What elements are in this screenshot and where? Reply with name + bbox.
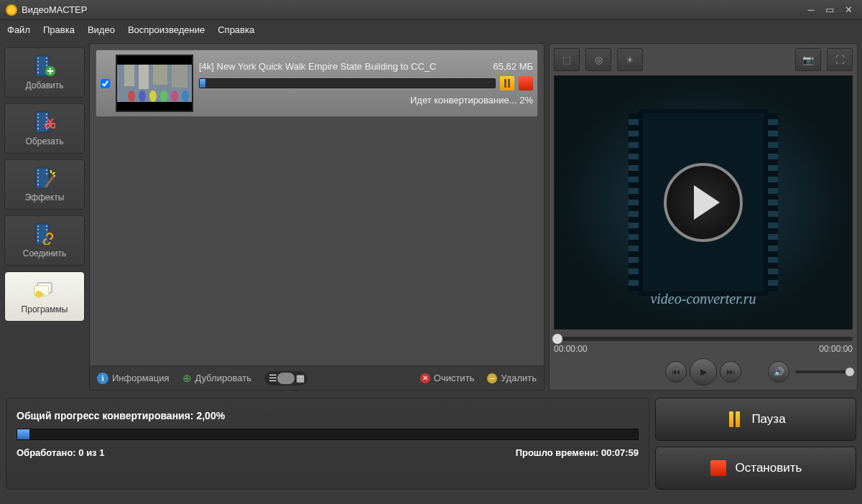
svg-rect-36: [37, 233, 39, 234]
volume-slider[interactable]: [795, 370, 853, 373]
menu-help[interactable]: Справка: [218, 24, 254, 35]
svg-rect-32: [46, 173, 47, 174]
fullscreen-button[interactable]: ⛶: [827, 48, 853, 71]
svg-rect-35: [37, 229, 39, 230]
svg-rect-2: [37, 61, 39, 62]
file-item[interactable]: [4k] New York Quick Walk Empire State Bu…: [96, 50, 538, 117]
svg-rect-28: [37, 177, 39, 178]
svg-rect-44: [37, 294, 45, 295]
speaker-icon: 🔊: [774, 367, 784, 377]
volume-button[interactable]: 🔊: [768, 361, 789, 383]
svg-rect-39: [46, 225, 47, 227]
effects-button[interactable]: Эффекты: [4, 159, 85, 210]
svg-rect-17: [37, 128, 39, 129]
svg-rect-48: [124, 65, 134, 86]
overall-progress-bar: [17, 429, 639, 440]
overall-progress-title: Общий прогресс конвертирования: 2,00%: [17, 410, 639, 421]
time-current: 00:00:00: [554, 344, 588, 354]
file-progress-bar: [199, 78, 496, 88]
svg-rect-15: [37, 121, 39, 122]
stop-button[interactable]: Остановить: [655, 447, 856, 490]
join-button[interactable]: Соединить: [4, 215, 85, 266]
menu-video[interactable]: Видео: [88, 24, 115, 35]
title-bar: ВидеоМАСТЕР ─ ▭ ✕: [0, 0, 862, 20]
svg-rect-58: [504, 79, 506, 88]
play-icon: ▶: [700, 367, 707, 377]
crop-tool-button[interactable]: ⬚: [554, 48, 580, 71]
svg-rect-19: [46, 117, 47, 118]
duplicate-button[interactable]: ⊕ Дублировать: [182, 372, 251, 385]
film-plus-icon: [33, 55, 56, 78]
menu-playback[interactable]: Воспроизведение: [128, 24, 205, 35]
enhance-tool-button[interactable]: ◎: [585, 48, 611, 71]
film-wand-icon: [33, 167, 56, 190]
clear-button[interactable]: ✕ Очистить: [420, 373, 475, 383]
expand-icon: ⛶: [835, 55, 845, 65]
file-stop-button[interactable]: [519, 76, 533, 90]
prev-button[interactable]: ⏮: [665, 361, 687, 383]
seek-bar[interactable]: [554, 337, 853, 341]
prev-icon: ⏮: [672, 367, 680, 377]
sidebar: Добавить Обрезать Эффекты Соединить Прог…: [4, 43, 85, 391]
svg-rect-20: [46, 121, 47, 122]
delete-button[interactable]: − Удалить: [487, 373, 537, 383]
processed-count: Обработано: 0 из 1: [17, 447, 104, 458]
file-pause-button[interactable]: [500, 76, 514, 90]
svg-rect-45: [117, 55, 192, 65]
svg-rect-46: [117, 102, 192, 112]
view-switch[interactable]: ☰ ▦: [264, 371, 307, 386]
svg-point-55: [160, 90, 167, 102]
pause-button[interactable]: Пауза: [655, 398, 856, 441]
file-name: [4k] New York Quick Walk Empire State Bu…: [199, 61, 436, 72]
svg-rect-51: [172, 65, 187, 88]
overall-progress-panel: Общий прогресс конвертирования: 2,00% Об…: [6, 398, 649, 490]
svg-rect-5: [37, 72, 39, 73]
duplicate-icon: ⊕: [182, 372, 192, 385]
file-list-panel: [4k] New York Quick Walk Empire State Bu…: [89, 43, 544, 391]
svg-rect-8: [46, 65, 47, 66]
add-button[interactable]: Добавить: [4, 47, 85, 98]
file-checkbox[interactable]: [101, 79, 110, 88]
programs-icon: [33, 279, 56, 302]
preview-panel: ⬚ ◎ ☀ 📷 ⛶ video-converter.ru 00:00:00 00…: [549, 43, 858, 391]
menu-edit[interactable]: Правка: [43, 24, 75, 35]
play-button[interactable]: ▶: [690, 358, 717, 386]
clear-icon: ✕: [420, 373, 430, 383]
svg-point-54: [149, 90, 157, 102]
maximize-button[interactable]: ▭: [822, 4, 838, 16]
film-scissors-icon: [33, 111, 56, 134]
file-size: 65,62 МБ: [493, 61, 533, 72]
brightness-tool-button[interactable]: ☀: [617, 48, 643, 71]
svg-rect-34: [37, 225, 39, 227]
play-circle-icon: [664, 163, 743, 242]
trim-button[interactable]: Обрезать: [4, 103, 85, 154]
window-title: ВидеоМАСТЕР: [22, 4, 800, 15]
svg-rect-30: [37, 184, 39, 185]
elapsed-time: Прошло времени: 00:07:59: [516, 447, 639, 458]
svg-rect-1: [37, 57, 39, 59]
svg-rect-40: [46, 229, 47, 230]
svg-rect-59: [508, 79, 510, 88]
programs-button[interactable]: Программы: [4, 271, 85, 322]
next-button[interactable]: ⏭: [720, 361, 741, 383]
menu-file[interactable]: Файл: [7, 24, 30, 35]
svg-rect-6: [46, 57, 47, 59]
trim-label: Обрезать: [26, 136, 64, 146]
minimize-button[interactable]: ─: [803, 4, 819, 16]
join-label: Соединить: [23, 248, 67, 258]
close-button[interactable]: ✕: [840, 4, 856, 16]
svg-rect-26: [37, 169, 39, 171]
info-button[interactable]: i Информация: [97, 373, 170, 384]
programs-label: Программы: [22, 304, 68, 314]
svg-rect-13: [37, 113, 39, 115]
svg-rect-14: [37, 117, 39, 118]
snapshot-button[interactable]: 📷: [795, 48, 821, 71]
svg-rect-29: [37, 180, 39, 182]
svg-rect-50: [153, 65, 167, 85]
stop-icon: [710, 459, 727, 477]
camera-icon: 📷: [802, 55, 814, 65]
svg-rect-3: [37, 65, 39, 66]
next-icon: ⏭: [726, 367, 735, 377]
svg-rect-7: [46, 61, 47, 62]
pause-icon: [726, 411, 743, 428]
